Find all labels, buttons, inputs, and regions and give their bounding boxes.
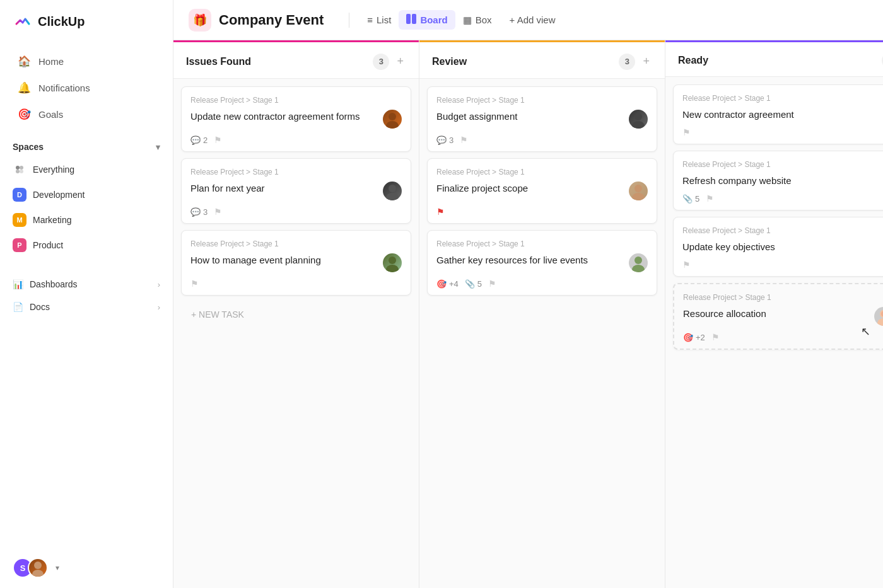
nav-label-dashboards: Dashboards: [30, 279, 78, 289]
task-meta-c3: ⚑: [190, 279, 402, 289]
task-avatar-c6: [629, 253, 648, 272]
flag-icon-c7: ⚑: [682, 127, 691, 137]
comment-count-c4: 💬 3: [436, 135, 453, 145]
column-header-review: Review 3 +: [419, 40, 665, 79]
goals-c6: 🎯 +4: [436, 279, 459, 289]
topbar-space-icon: 🎁: [189, 9, 211, 32]
space-label-everything: Everything: [33, 164, 74, 175]
task-card-c6[interactable]: Release Project > Stage 1 Gather key res…: [427, 230, 657, 296]
tab-box[interactable]: ▦ Box: [455, 11, 500, 30]
svg-point-15: [634, 113, 642, 120]
column-cards-ready: Release Project > Stage 1 New contractor…: [665, 77, 883, 588]
svg-point-12: [386, 193, 399, 200]
goal-icon-c6: 🎯: [436, 279, 447, 289]
new-task-button[interactable]: + NEW TASK: [181, 302, 411, 327]
task-title-c10: Resource allocation: [683, 307, 868, 320]
svg-point-22: [877, 318, 883, 326]
col-title-review: Review: [432, 56, 614, 67]
svg-point-9: [389, 113, 396, 120]
comment-icon-c1: 💬: [190, 135, 201, 145]
tab-list-label: List: [377, 14, 391, 25]
svg-point-1: [16, 166, 20, 170]
task-breadcrumb-c3: Release Project > Stage 1: [190, 239, 402, 248]
goal-icon-c10: 🎯: [683, 333, 693, 342]
nav-item-docs[interactable]: 📄 Docs ›: [5, 296, 168, 318]
svg-point-4: [20, 170, 23, 173]
nav-section: 🏠 Home 🔔 Notifications 🎯 Goals: [0, 43, 173, 133]
task-card-c4[interactable]: Release Project > Stage 1 Budget assignm…: [427, 86, 657, 152]
list-icon: ≡: [367, 14, 373, 25]
column-issues-found: Issues Found 3 + Release Project > Stage…: [173, 40, 419, 588]
comment-icon-c2: 💬: [190, 207, 201, 217]
task-title-row-c6: Gather key resources for live events: [436, 253, 648, 272]
comment-count-c2: 💬 3: [190, 207, 208, 217]
task-breadcrumb-c2: Release Project > Stage 1: [190, 168, 402, 176]
task-title-row-c7: New contractor agreement: [682, 108, 883, 121]
task-title-c6: Gather key resources for live events: [436, 253, 623, 267]
board-icon: [406, 14, 416, 26]
col-add-review[interactable]: +: [640, 52, 652, 71]
task-card-c8[interactable]: Release Project > Stage 1 Refresh compan…: [673, 151, 883, 210]
col-count-issues-found: 3: [373, 54, 389, 70]
task-card-c1[interactable]: Release Project > Stage 1 Update new con…: [181, 86, 411, 152]
task-title-row-c8: Refresh company website: [682, 174, 883, 187]
task-title-row-c2: Plan for next year: [190, 182, 402, 200]
everything-icon: [13, 163, 26, 176]
space-item-marketing[interactable]: M Marketing: [5, 207, 168, 233]
task-card-c2[interactable]: Release Project > Stage 1 Plan for next …: [181, 158, 411, 224]
attachment-icon-c6: 📎: [465, 279, 475, 289]
tab-list[interactable]: ≡ List: [360, 11, 399, 29]
col-add-issues-found[interactable]: +: [394, 52, 406, 71]
attachments-c8: 📎 5: [682, 194, 699, 204]
nav-item-home[interactable]: 🏠 Home: [5, 49, 168, 74]
spaces-list: Everything D Development M Marketing P P…: [0, 157, 173, 258]
flag-c5: ⚑: [436, 207, 445, 217]
task-card-c7[interactable]: Release Project > Stage 1 New contractor…: [673, 84, 883, 144]
task-meta-c8: 📎 5 ⚑: [682, 193, 883, 204]
task-title-c2: Plan for next year: [190, 182, 377, 195]
nav-label-docs: Docs: [30, 302, 50, 312]
svg-point-20: [632, 265, 645, 272]
task-card-c10[interactable]: Release Project > Stage 1 Resource alloc…: [673, 283, 883, 350]
flag-icon-c5: ⚑: [436, 207, 445, 217]
spaces-collapse-icon[interactable]: ▾: [156, 142, 160, 152]
task-avatar-c2: [383, 182, 402, 200]
nav-item-goals[interactable]: 🎯 Goals: [5, 101, 168, 127]
tab-board[interactable]: Board: [399, 10, 455, 30]
attachments-c6: 📎 5: [465, 279, 482, 289]
task-title-row-c10: Resource allocation: [683, 307, 883, 326]
nav-item-dashboards[interactable]: 📊 Dashboards ›: [5, 273, 168, 296]
spaces-label: Spaces: [13, 142, 44, 152]
flag-icon-c3: ⚑: [190, 279, 199, 289]
task-card-c3[interactable]: Release Project > Stage 1 How to manage …: [181, 230, 411, 296]
docs-arrow-icon: ›: [158, 303, 160, 312]
task-title-row-c9: Update key objectives: [682, 240, 883, 253]
flag-icon-c8: ⚑: [706, 193, 714, 204]
flag-c10: ⚑: [711, 332, 720, 342]
task-card-c5[interactable]: Release Project > Stage 1 Finalize proje…: [427, 158, 657, 224]
tab-box-label: Box: [476, 14, 492, 25]
goals-c10: 🎯 +2: [683, 333, 705, 342]
task-title-c5: Finalize project scope: [436, 182, 623, 195]
logo: ClickUp: [0, 0, 173, 43]
box-icon: ▦: [463, 14, 472, 26]
space-item-development[interactable]: D Development: [5, 182, 168, 207]
flag-icon-c2: ⚑: [214, 207, 222, 217]
flag-c9: ⚑: [682, 260, 691, 270]
space-item-product[interactable]: P Product: [5, 233, 168, 258]
add-view-button[interactable]: + Add view: [502, 11, 563, 29]
task-avatar-c4: [629, 110, 648, 129]
task-meta-c1: 💬 2 ⚑: [190, 135, 402, 145]
nav-item-notifications[interactable]: 🔔 Notifications: [5, 75, 168, 101]
footer-dropdown-icon[interactable]: ▾: [56, 563, 59, 572]
home-icon: 🏠: [18, 55, 31, 68]
task-card-c9[interactable]: Release Project > Stage 1 Update key obj…: [673, 217, 883, 277]
flag-c6: ⚑: [488, 279, 496, 289]
svg-point-18: [632, 193, 645, 200]
task-breadcrumb-c7: Release Project > Stage 1: [682, 94, 883, 103]
task-title-row-c4: Budget assignment: [436, 110, 648, 129]
svg-point-5: [34, 562, 42, 569]
task-title-row-c5: Finalize project scope: [436, 182, 648, 200]
space-item-everything[interactable]: Everything: [5, 157, 168, 182]
task-breadcrumb-c4: Release Project > Stage 1: [436, 96, 648, 105]
